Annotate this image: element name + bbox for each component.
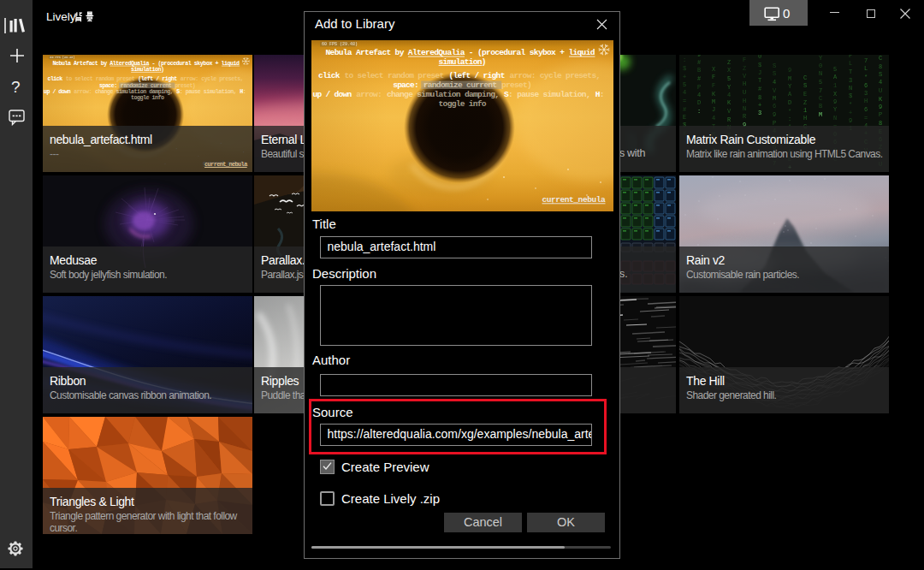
- svg-text:S: S: [879, 71, 882, 78]
- svg-text:J: J: [758, 69, 761, 76]
- svg-text:F: F: [849, 55, 852, 59]
- svg-text:9: 9: [697, 55, 701, 58]
- svg-text:1: 1: [803, 107, 807, 114]
- svg-text:3: 3: [864, 90, 868, 97]
- svg-text:H: H: [743, 80, 746, 87]
- svg-text::: :: [683, 56, 686, 63]
- svg-text::: :: [697, 108, 701, 115]
- svg-text:N: N: [849, 85, 852, 92]
- svg-text:E: E: [683, 114, 686, 121]
- svg-text:5: 5: [683, 81, 686, 88]
- svg-text:9: 9: [788, 67, 791, 74]
- svg-text:#: #: [758, 86, 761, 92]
- svg-text:*: *: [864, 74, 868, 80]
- svg-text:T: T: [758, 77, 761, 84]
- svg-text:M: M: [819, 111, 822, 118]
- svg-text:*: *: [788, 108, 791, 115]
- svg-text:P: P: [697, 84, 701, 91]
- svg-text:6: 6: [864, 82, 868, 89]
- svg-text:M: M: [712, 98, 715, 105]
- svg-text:+: +: [849, 110, 852, 116]
- svg-text:4: 4: [712, 115, 715, 122]
- svg-text:5: 5: [819, 79, 822, 86]
- svg-text:#: #: [683, 106, 686, 113]
- svg-text:P: P: [879, 111, 882, 118]
- svg-text:3: 3: [758, 110, 761, 116]
- svg-text:9: 9: [879, 104, 882, 110]
- svg-text:B: B: [819, 103, 822, 110]
- svg-text:7: 7: [819, 87, 822, 94]
- svg-text:C: C: [879, 55, 882, 62]
- svg-text:C: C: [819, 95, 822, 102]
- svg-text:T: T: [849, 68, 852, 75]
- svg-text:4: 4: [879, 79, 882, 86]
- svg-text:H: H: [743, 98, 746, 104]
- svg-text:M: M: [788, 75, 791, 82]
- svg-text:H: H: [803, 115, 807, 122]
- svg-text:N: N: [819, 70, 822, 77]
- svg-text:N: N: [743, 105, 746, 112]
- svg-text:$: $: [849, 92, 852, 99]
- svg-text:F: F: [743, 56, 746, 63]
- svg-text:=: =: [864, 115, 868, 122]
- svg-text:3: 3: [849, 77, 852, 84]
- svg-text:*: *: [849, 101, 852, 108]
- svg-text:9: 9: [849, 117, 852, 124]
- svg-text:F: F: [712, 82, 715, 89]
- svg-text:J: J: [712, 106, 715, 113]
- svg-text:M: M: [773, 95, 776, 102]
- svg-text:+: +: [758, 102, 761, 109]
- svg-text:+: +: [683, 74, 686, 80]
- svg-text::: :: [788, 116, 791, 122]
- svg-text:N: N: [833, 115, 837, 122]
- svg-text:5: 5: [833, 66, 837, 73]
- svg-text:L: L: [849, 60, 852, 67]
- svg-text:D: D: [788, 99, 791, 106]
- svg-text:4: 4: [773, 79, 776, 86]
- svg-text:Z: Z: [743, 65, 746, 72]
- svg-text:4: 4: [727, 92, 731, 98]
- svg-text:U: U: [879, 87, 882, 94]
- svg-text:7: 7: [864, 57, 868, 64]
- svg-text:4: 4: [697, 92, 701, 98]
- svg-text:$: $: [683, 65, 686, 72]
- svg-text:B: B: [697, 67, 701, 74]
- svg-text:4: 4: [683, 89, 686, 96]
- svg-text:6: 6: [864, 106, 868, 113]
- svg-text:S: S: [773, 70, 776, 77]
- svg-text:C: C: [803, 74, 807, 81]
- svg-text:H: H: [864, 98, 868, 104]
- svg-text:E: E: [803, 91, 807, 98]
- svg-text:=: =: [683, 98, 686, 104]
- svg-text:S: S: [803, 82, 807, 89]
- svg-text:Z: Z: [727, 59, 731, 66]
- svg-text:8: 8: [758, 94, 761, 101]
- svg-text:F: F: [712, 74, 715, 80]
- svg-text:#: #: [697, 75, 701, 82]
- svg-text:1: 1: [833, 82, 837, 89]
- svg-text:#: #: [697, 59, 701, 66]
- svg-text:S: S: [773, 62, 776, 69]
- svg-text:$: $: [758, 62, 761, 68]
- svg-text:0: 0: [758, 55, 761, 60]
- svg-text:U: U: [743, 89, 746, 96]
- svg-text:L: L: [864, 65, 868, 72]
- svg-text:9: 9: [773, 111, 776, 118]
- svg-text:3: 3: [683, 55, 686, 56]
- svg-text:8: 8: [879, 63, 882, 70]
- svg-text:Z: Z: [803, 99, 807, 106]
- svg-text:6: 6: [773, 103, 776, 110]
- svg-text:5: 5: [727, 75, 731, 82]
- svg-text:D: D: [697, 99, 701, 106]
- svg-text:9: 9: [833, 98, 837, 105]
- svg-text:0: 0: [819, 62, 822, 69]
